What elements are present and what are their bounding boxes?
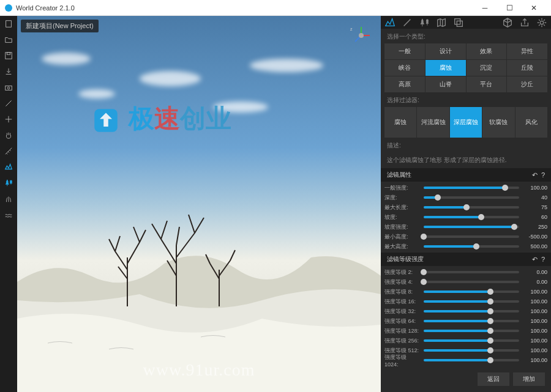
property-value: 100.00 — [522, 357, 547, 363]
cube-icon[interactable] — [502, 17, 513, 28]
property-label: 强度等级 16: — [384, 298, 421, 306]
property-label: 最大长度: — [384, 204, 421, 212]
grass-icon[interactable] — [3, 193, 14, 204]
open-icon[interactable] — [3, 34, 14, 45]
property-slider[interactable] — [424, 235, 519, 238]
type-button[interactable]: 山脊 — [425, 76, 466, 92]
property-value: 0.00 — [522, 269, 547, 275]
property-value: 100.00 — [522, 185, 547, 191]
svg-rect-2 — [7, 53, 10, 55]
minimize-button[interactable]: ─ — [473, 0, 497, 16]
property-slider[interactable] — [424, 226, 519, 228]
svg-rect-12 — [457, 21, 462, 26]
move-icon[interactable] — [3, 114, 14, 125]
type-button[interactable]: 效果 — [467, 43, 507, 59]
filter-props-rows: 一般强度:100.00深度:40最大长度:75坡度:60坡度强度:250最小高度… — [381, 182, 551, 253]
trees-icon[interactable] — [3, 177, 14, 188]
type-button[interactable]: 高原 — [384, 76, 425, 92]
property-slider[interactable] — [424, 349, 519, 352]
property-slider[interactable] — [424, 330, 519, 332]
property-slider[interactable] — [424, 300, 519, 303]
help-icon[interactable]: ? — [541, 256, 545, 263]
property-value: 500.00 — [522, 243, 547, 250]
property-value: 100.00 — [522, 308, 547, 314]
reset-icon[interactable]: ↶ — [532, 171, 538, 179]
water-icon[interactable] — [3, 209, 14, 220]
property-row: 坡度强度:250 — [384, 222, 547, 232]
property-slider[interactable] — [424, 320, 519, 322]
filter-button[interactable]: 深层腐蚀 — [450, 107, 482, 138]
svg-rect-11 — [455, 18, 460, 24]
project-name-bar[interactable]: 新建项目(New Project) — [21, 20, 99, 32]
property-row: 强度等级 8:100.00 — [384, 287, 547, 297]
gear-icon[interactable] — [536, 17, 547, 28]
type-button[interactable]: 丘陵 — [507, 60, 547, 76]
map-tab-icon[interactable] — [436, 17, 447, 28]
property-value: 0.00 — [522, 279, 547, 285]
property-slider[interactable] — [424, 196, 519, 199]
reset-icon[interactable]: ↶ — [532, 256, 538, 264]
type-button[interactable]: 沙丘 — [507, 76, 547, 92]
property-slider[interactable] — [424, 271, 519, 273]
property-slider[interactable] — [424, 187, 519, 189]
property-value: 100.00 — [522, 328, 547, 334]
export-icon[interactable] — [3, 66, 14, 77]
property-slider[interactable] — [424, 339, 519, 342]
type-grid: 一般设计效果异性峡谷腐蚀沉淀丘陵高原山脊平台沙丘 — [381, 43, 551, 92]
property-slider[interactable] — [424, 216, 519, 218]
hand-icon[interactable] — [3, 130, 14, 141]
new-file-icon[interactable] — [3, 18, 14, 29]
select-filter-label: 选择过滤器: — [381, 92, 551, 107]
terrain-tab-icon[interactable] — [384, 17, 395, 28]
description-text: 这个滤镜腐蚀了地形 形成了深层的腐蚀路径. — [381, 152, 551, 168]
property-slider[interactable] — [424, 281, 519, 283]
save-icon[interactable] — [3, 50, 14, 61]
property-label: 最小高度: — [384, 233, 421, 241]
filter-button[interactable]: 风化 — [515, 107, 547, 138]
property-row: 强度等级 4:0.00 — [384, 277, 547, 287]
filter-button[interactable]: 软腐蚀 — [482, 107, 514, 138]
property-value: 75 — [522, 204, 547, 210]
property-slider[interactable] — [424, 310, 519, 312]
help-icon[interactable]: ? — [541, 171, 545, 179]
type-button[interactable]: 峡谷 — [384, 60, 425, 76]
brush-icon[interactable] — [3, 98, 14, 109]
svg-text:z: z — [350, 27, 353, 31]
camera-icon[interactable] — [3, 82, 14, 93]
app-logo-icon — [5, 4, 12, 12]
close-button[interactable]: ✕ — [522, 0, 546, 16]
vegetation-tab-icon[interactable] — [419, 17, 430, 28]
viewport-3d[interactable]: 新建项目(New Project) z 极速创业 — [17, 16, 381, 392]
type-button[interactable]: 异性 — [507, 43, 547, 59]
property-label: 强度等级 1024: — [384, 353, 421, 368]
type-button[interactable]: 平台 — [467, 76, 507, 92]
terrain-icon[interactable] — [3, 161, 14, 172]
type-button[interactable]: 沉淀 — [467, 60, 507, 76]
type-button[interactable]: 一般 — [384, 43, 425, 59]
property-label: 强度等级 4: — [384, 278, 421, 286]
layers-tab-icon[interactable] — [453, 17, 464, 28]
property-slider[interactable] — [424, 206, 519, 209]
paint-tab-icon[interactable] — [402, 17, 413, 28]
property-slider[interactable] — [424, 290, 519, 293]
measure-icon[interactable] — [3, 146, 14, 157]
property-label: 坡度强度: — [384, 223, 421, 231]
type-button[interactable]: 设计 — [425, 43, 466, 59]
share-icon[interactable] — [519, 17, 530, 28]
filter-button[interactable]: 河流腐蚀 — [417, 107, 449, 138]
property-value: 100.00 — [522, 289, 547, 295]
type-button[interactable]: 腐蚀 — [425, 60, 466, 76]
filter-grid: 腐蚀河流腐蚀深层腐蚀软腐蚀风化 — [381, 107, 551, 138]
filter-button[interactable]: 腐蚀 — [384, 107, 416, 138]
property-label: 坡度: — [384, 213, 421, 221]
maximize-button[interactable]: ☐ — [497, 0, 522, 16]
property-row: 最大高度:500.00 — [384, 242, 547, 251]
add-button[interactable]: 增加 — [513, 372, 545, 386]
orientation-gizmo[interactable]: z — [349, 23, 373, 48]
filter-props-header: 滤镜属性 ↶ ? — [381, 168, 551, 182]
property-slider[interactable] — [424, 245, 519, 248]
property-slider[interactable] — [424, 359, 519, 361]
property-row: 一般强度:100.00 — [384, 183, 547, 193]
back-button[interactable]: 返回 — [478, 372, 509, 386]
property-row: 强度等级 64:100.00 — [384, 316, 547, 326]
